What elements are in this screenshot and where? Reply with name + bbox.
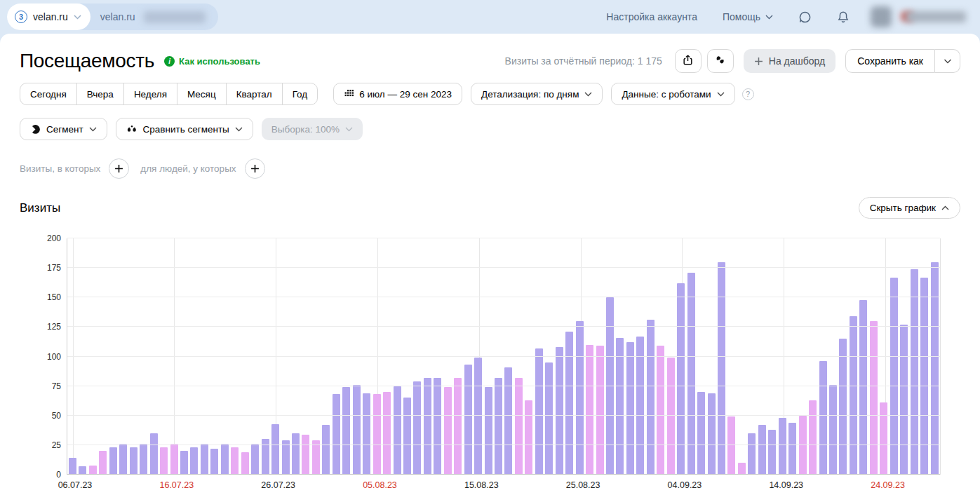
how-to-use-link[interactable]: i Как использовать bbox=[164, 56, 260, 67]
visits-bar[interactable] bbox=[829, 385, 837, 475]
visits-bar[interactable] bbox=[768, 430, 776, 475]
data-mode-dropdown[interactable]: Данные: с роботами bbox=[611, 83, 734, 105]
visits-bar[interactable] bbox=[667, 358, 675, 475]
visits-bar[interactable] bbox=[626, 342, 634, 475]
visits-bar[interactable] bbox=[738, 463, 746, 475]
visits-bar[interactable] bbox=[434, 378, 441, 475]
visits-bar[interactable] bbox=[424, 378, 431, 475]
visits-bar[interactable] bbox=[931, 262, 939, 475]
save-as-button[interactable]: Сохранить как bbox=[845, 49, 935, 73]
visits-bar[interactable] bbox=[353, 385, 361, 475]
add-people-filter-button[interactable] bbox=[245, 158, 265, 179]
help-question-icon[interactable]: ? bbox=[742, 88, 754, 100]
visits-bar[interactable] bbox=[333, 394, 340, 475]
tab-month[interactable]: Месяц bbox=[177, 83, 227, 105]
visits-bar[interactable] bbox=[474, 358, 482, 475]
visits-bar[interactable] bbox=[677, 283, 685, 475]
visits-bar[interactable] bbox=[312, 440, 320, 475]
visits-bar[interactable] bbox=[799, 416, 807, 475]
account-settings-link[interactable]: Настройка аккаунта bbox=[606, 11, 697, 22]
visits-bar[interactable] bbox=[454, 378, 462, 475]
user-menu[interactable] bbox=[871, 6, 967, 27]
visits-bar[interactable] bbox=[69, 458, 76, 475]
visits-bar[interactable] bbox=[251, 444, 259, 475]
visits-bar[interactable] bbox=[708, 393, 716, 475]
visits-bar[interactable] bbox=[302, 435, 309, 475]
bell-icon[interactable] bbox=[837, 11, 850, 24]
metrics-button[interactable] bbox=[707, 49, 734, 73]
visits-bar[interactable] bbox=[413, 381, 421, 475]
visits-bar[interactable] bbox=[596, 346, 604, 475]
counter-tab[interactable]: velan.ru bbox=[90, 11, 218, 23]
sampling-dropdown[interactable]: Выборка: 100% bbox=[262, 118, 363, 140]
visits-bar[interactable] bbox=[880, 402, 887, 475]
visits-bar[interactable] bbox=[636, 337, 644, 475]
visits-bar[interactable] bbox=[504, 367, 512, 475]
hide-chart-button[interactable]: Скрыть график bbox=[859, 197, 960, 219]
visits-bar[interactable] bbox=[515, 378, 523, 475]
visits-bar[interactable] bbox=[322, 425, 330, 475]
visits-bar[interactable] bbox=[900, 325, 908, 475]
visits-bar[interactable] bbox=[809, 400, 817, 475]
add-to-dashboard-button[interactable]: На дашборд bbox=[744, 49, 835, 73]
visits-bar[interactable] bbox=[403, 398, 411, 475]
visits-bar[interactable] bbox=[495, 378, 502, 475]
add-visits-filter-button[interactable] bbox=[109, 158, 129, 179]
counter-selector[interactable]: 3 velan.ru bbox=[7, 4, 90, 30]
visits-bar[interactable] bbox=[839, 339, 847, 475]
visits-bar[interactable] bbox=[271, 424, 279, 475]
compare-segments-dropdown[interactable]: Сравнить сегменты bbox=[116, 118, 253, 140]
visits-bar[interactable] bbox=[210, 449, 218, 475]
visits-bar[interactable] bbox=[160, 447, 168, 475]
visits-bar[interactable] bbox=[394, 386, 401, 475]
visits-bar[interactable] bbox=[150, 433, 158, 475]
visits-bar[interactable] bbox=[565, 332, 573, 475]
visits-bar[interactable] bbox=[647, 320, 655, 475]
visits-bar[interactable] bbox=[779, 418, 786, 475]
visits-bar[interactable] bbox=[190, 447, 198, 475]
visits-bar[interactable] bbox=[363, 393, 370, 475]
visits-bar[interactable] bbox=[525, 400, 532, 475]
visits-bar[interactable] bbox=[718, 262, 725, 475]
visits-bar[interactable] bbox=[221, 444, 229, 475]
visits-bar[interactable] bbox=[292, 433, 300, 475]
visits-bar[interactable] bbox=[535, 348, 543, 475]
visits-bar[interactable] bbox=[170, 444, 178, 475]
visits-bar[interactable] bbox=[282, 440, 290, 475]
visits-bar[interactable] bbox=[130, 447, 137, 475]
visits-bar[interactable] bbox=[373, 394, 381, 475]
visits-bar[interactable] bbox=[850, 316, 857, 475]
visits-bar[interactable] bbox=[727, 416, 735, 475]
visits-bar[interactable] bbox=[109, 447, 117, 475]
visits-bar[interactable] bbox=[657, 346, 664, 475]
save-as-caret-button[interactable] bbox=[935, 49, 960, 73]
visits-bar[interactable] bbox=[819, 361, 827, 475]
visits-bar[interactable] bbox=[586, 345, 593, 475]
visits-bar[interactable] bbox=[383, 392, 391, 475]
visits-bar[interactable] bbox=[870, 321, 878, 475]
visits-bar[interactable] bbox=[140, 444, 147, 475]
date-range-picker[interactable]: 6 июл — 29 сен 2023 bbox=[333, 83, 462, 105]
visits-bar[interactable] bbox=[748, 433, 756, 475]
visits-bar[interactable] bbox=[231, 447, 239, 475]
tab-year[interactable]: Год bbox=[282, 83, 318, 105]
visits-bar[interactable] bbox=[788, 423, 796, 475]
visits-bar[interactable] bbox=[556, 347, 563, 475]
visits-bar[interactable] bbox=[342, 387, 350, 475]
visits-bar[interactable] bbox=[697, 392, 705, 475]
visits-bar[interactable] bbox=[180, 451, 188, 475]
visits-bar[interactable] bbox=[758, 425, 766, 475]
tab-yesterday[interactable]: Вчера bbox=[76, 83, 124, 105]
visits-bar[interactable] bbox=[485, 387, 492, 475]
visits-bar[interactable] bbox=[444, 387, 452, 475]
visits-bar[interactable] bbox=[576, 321, 584, 475]
detail-dropdown[interactable]: Детализация: по дням bbox=[471, 83, 603, 105]
visits-bar[interactable] bbox=[99, 451, 107, 475]
tab-week[interactable]: Неделя bbox=[123, 83, 177, 105]
segment-dropdown[interactable]: Сегмент bbox=[20, 118, 107, 140]
tab-quarter[interactable]: Квартал bbox=[226, 83, 283, 105]
visits-bar[interactable] bbox=[201, 444, 208, 475]
visits-bar[interactable] bbox=[119, 444, 127, 475]
visits-bar[interactable] bbox=[545, 362, 553, 475]
tab-today[interactable]: Сегодня bbox=[20, 83, 77, 105]
